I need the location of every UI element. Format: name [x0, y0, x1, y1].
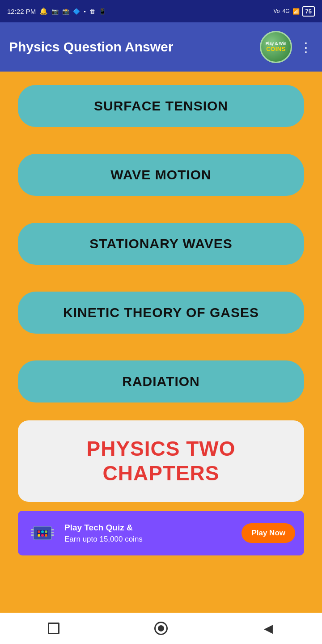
back-icon[interactable]: ◀	[257, 617, 280, 640]
camera-icon: 📸	[62, 8, 69, 15]
ad-sub-text: Earn upto 15,000 coins	[64, 534, 143, 545]
play-now-button[interactable]: Play Now	[242, 523, 295, 543]
svg-rect-3	[31, 532, 34, 533]
vpn-icon: 🔷	[73, 8, 80, 15]
svg-point-12	[41, 534, 44, 537]
stationary-waves-button[interactable]: STATIONARY WAVES	[18, 223, 304, 265]
home-icon[interactable]	[150, 617, 172, 640]
status-left: 12:22 PM 🔔 📷 📸 🔷 ▪ 🗑 📱	[7, 7, 106, 15]
nav-bar: ◀	[0, 613, 322, 644]
ad-banner[interactable]: Play Tech Quiz & Earn upto 15,000 coins …	[18, 511, 304, 555]
ad-text: Play Tech Quiz & Earn upto 15,000 coins	[64, 522, 143, 544]
whatsapp-icon: 📱	[99, 8, 106, 15]
app-bar-right: Play & Win COINS ⋮	[260, 31, 313, 63]
coins-text: COINS	[266, 46, 286, 52]
screen-icon: ▪	[84, 8, 86, 15]
status-right: Vo 4G 📶 75	[274, 6, 315, 17]
app-bar: Physics Question Answer Play & Win COINS…	[0, 22, 322, 72]
time-display: 12:22 PM	[7, 8, 36, 15]
app-title: Physics Question Answer	[9, 39, 173, 55]
trash-icon: 🗑	[89, 8, 95, 15]
ad-left: Play Tech Quiz & Earn upto 15,000 coins	[27, 517, 143, 549]
4g-icon: 4G	[283, 8, 290, 14]
stop-icon[interactable]	[42, 617, 65, 640]
svg-rect-2	[31, 529, 34, 530]
main-content: SURFACE TENSION WAVE MOTION STATIONARY W…	[0, 72, 322, 613]
wave-motion-button[interactable]: WAVE MOTION	[18, 154, 304, 196]
physics-two-line1: PHYSICS TWO CHAPTERS	[27, 436, 295, 486]
coins-badge[interactable]: Play & Win COINS	[260, 31, 292, 63]
svg-point-11	[38, 534, 40, 537]
instagram-icon: 📷	[51, 8, 59, 15]
volte-icon: Vo	[274, 8, 280, 14]
svg-rect-6	[51, 532, 54, 533]
battery-level: 75	[302, 6, 315, 17]
svg-point-13	[45, 534, 47, 537]
notification-icon: 🔔	[39, 7, 48, 15]
ad-icon	[27, 517, 58, 549]
svg-point-8	[38, 530, 40, 533]
surface-tension-button[interactable]: SURFACE TENSION	[18, 85, 304, 127]
svg-rect-5	[51, 529, 54, 530]
ad-main-text: Play Tech Quiz &	[64, 522, 143, 534]
radiation-button[interactable]: RADIATION	[18, 360, 304, 402]
svg-rect-7	[51, 534, 54, 536]
physics-two-chapters-box[interactable]: PHYSICS TWO CHAPTERS	[18, 420, 304, 502]
play-win-text: Play & Win	[266, 42, 286, 46]
svg-point-10	[45, 530, 47, 533]
more-options-button[interactable]: ⋮	[299, 39, 313, 55]
svg-rect-4	[31, 534, 34, 536]
status-bar: 12:22 PM 🔔 📷 📸 🔷 ▪ 🗑 📱 Vo 4G 📶 75	[0, 0, 322, 22]
svg-point-9	[41, 530, 44, 533]
kinetic-theory-button[interactable]: KINETIC THEORY OF GASES	[18, 292, 304, 334]
signal-icon: 📶	[292, 8, 300, 15]
